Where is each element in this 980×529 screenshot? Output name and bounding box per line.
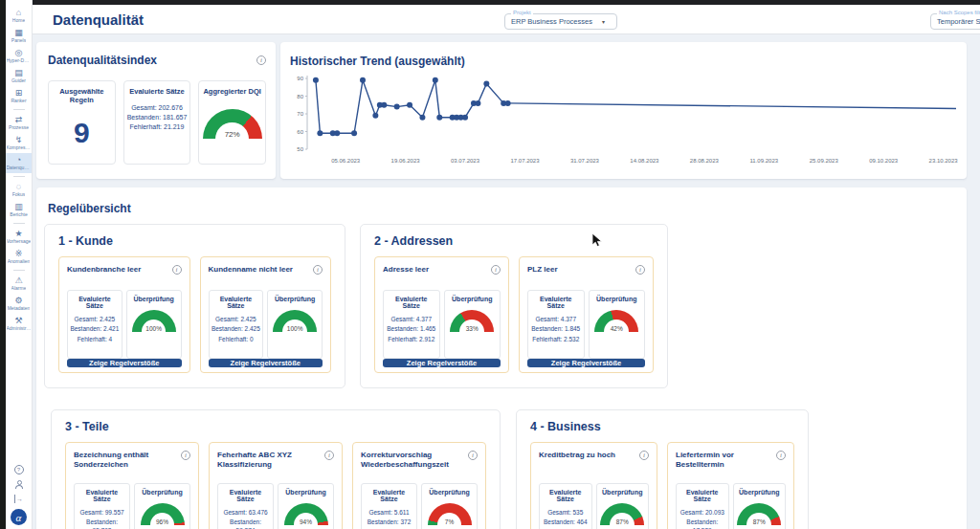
- info-icon[interactable]: i: [776, 451, 786, 460]
- svg-text:14.08.2023: 14.08.2023: [630, 158, 659, 164]
- info-icon[interactable]: i: [468, 451, 478, 460]
- stat-line: Fehlerhaft: 4: [78, 336, 113, 343]
- datenqualitaet-icon: ◔: [16, 155, 21, 165]
- alarme-icon: ⚠: [14, 276, 22, 285]
- show-rule-violations-button[interactable]: Zeige Regelverstöße: [67, 359, 182, 367]
- sidebar-item-label: Anomalien: [8, 258, 31, 264]
- check-gauge-box: Überprüfung87%: [733, 483, 787, 529]
- evaluated-records-header: Evaluierte Sätze: [364, 489, 414, 502]
- evaluated-records-box: Evaluierte SätzeGesamt: 2.425Bestanden: …: [67, 290, 122, 359]
- evaluated-records-box: Evaluierte SätzeGesamt: 99.557Bestanden:…: [74, 483, 130, 529]
- info-icon[interactable]: i: [491, 265, 501, 275]
- svg-text:28.08.2023: 28.08.2023: [690, 158, 720, 164]
- stat-line: Bestanden: 1.465: [387, 325, 435, 333]
- info-icon[interactable]: i: [256, 55, 266, 65]
- rule-card-stats: Evaluierte SätzeGesamt: 63.476Bestanden:…: [217, 483, 334, 529]
- gauge-percent-label: 94%: [284, 518, 328, 525]
- gauge: 94%: [284, 503, 328, 525]
- gauge: 100%: [273, 310, 317, 332]
- rule-card-header: Korrekturvorschlag Wiederbeschaffungszei…: [361, 451, 478, 475]
- evaluated-records-lines: Gesamt: 99.557Bestanden: 95.762: [77, 509, 127, 529]
- svg-text:50: 50: [297, 146, 303, 152]
- sidebar-item-fokus[interactable]: ◌Fokus: [6, 180, 32, 200]
- stat-line: Bestanden: 17.529: [679, 518, 726, 529]
- info-icon[interactable]: i: [181, 451, 190, 460]
- sidebar-item-ranker[interactable]: ⊞Ranker: [6, 86, 32, 106]
- rule-card-stats: Evaluierte SätzeGesamt: 4.377Bestanden: …: [527, 290, 645, 359]
- user-profile-icon[interactable]: [14, 480, 23, 489]
- rule-card-title: Adresse leer: [383, 265, 429, 282]
- evaluated-records-box: Evaluierte SätzeGesamt: 535Bestanden: 46…: [539, 483, 592, 529]
- sidebar-footer: ? → α: [6, 465, 32, 525]
- stat-line: Gesamt: 2.425: [215, 316, 256, 323]
- gauge-percent-label: 96%: [141, 518, 185, 525]
- sidebar-item-hyper-dashboard[interactable]: ◎Hyper-Dashboard: [6, 46, 32, 66]
- kpi-dqi-label: Aggregierter DQI: [203, 87, 260, 96]
- sidebar-item-label: Fokus: [12, 191, 26, 197]
- sidebar-item-anomalien[interactable]: ※Anomalien: [6, 247, 32, 267]
- sidebar-item-label: Panels: [11, 37, 26, 43]
- logout-icon[interactable]: →: [14, 495, 23, 503]
- sidebar-item-kompression[interactable]: ↯Kompression: [6, 133, 32, 153]
- sidebar-item-vorhersage[interactable]: ★Vorhersage: [6, 227, 32, 247]
- help-icon[interactable]: ?: [14, 465, 24, 474]
- sidebar-item-guider[interactable]: ▤Guider: [6, 66, 32, 86]
- info-icon[interactable]: i: [635, 265, 645, 275]
- sidebar-item-label: Metadaten: [8, 305, 31, 311]
- rule-card-header: Bezeichnung enthält Sonderzeicheni: [74, 451, 190, 475]
- scope-filter-select[interactable]: Nach Scopes filtern Temporärer Scope: [930, 13, 980, 30]
- sidebar-item-administration[interactable]: ⚒Administration: [6, 314, 32, 334]
- evaluated-records-lines: Gesamt: 2.425Bestanden: 2.425Fehlerhaft:…: [212, 316, 260, 343]
- project-select[interactable]: Projekt ERP Business Processes ▾: [504, 13, 617, 30]
- rule-card-header: Kundenname nicht leeri: [209, 265, 323, 282]
- stat-line: Bestanden: 2.421: [70, 325, 119, 333]
- show-rule-violations-button[interactable]: Zeige Regelverstöße: [383, 359, 501, 367]
- rules-overview-title: Regelübersicht: [48, 202, 131, 215]
- main-content: Datenqualitätsindex i Ausgewählte Regeln…: [33, 34, 980, 529]
- stat-line: Gesamt: 5.611: [368, 509, 409, 517]
- sidebar-item-berichte[interactable]: ▥Berichte: [6, 200, 32, 220]
- sidebar-item-home[interactable]: ⌂Home: [6, 6, 32, 26]
- vorhersage-icon: ★: [14, 229, 22, 238]
- sidebar-item-panels[interactable]: ▦Panels: [6, 26, 32, 46]
- stat-line: Gesamt: 20.093: [680, 509, 724, 517]
- info-icon[interactable]: i: [172, 265, 182, 275]
- evaluated-records-header: Evaluierte Sätze: [212, 296, 261, 309]
- rule-card-header: PLZ leeri: [527, 265, 645, 282]
- show-rule-violations-button[interactable]: Zeige Regelverstöße: [527, 359, 645, 367]
- check-header: Überprüfung: [285, 489, 325, 496]
- sidebar-item-alarme[interactable]: ⚠Alarme: [6, 274, 32, 294]
- svg-text:19.06.2023: 19.06.2023: [391, 158, 421, 164]
- sidebar-item-datenqualitaet[interactable]: ◔Datenqualität: [6, 153, 32, 173]
- stat-line: Fehlerhaft: 0: [218, 336, 254, 343]
- check-gauge-box: Überprüfung33%: [444, 290, 501, 359]
- evaluated-records-header: Evaluierte Sätze: [77, 489, 127, 502]
- stat-line: Gesamt: 535: [547, 509, 583, 517]
- project-select-label: Projekt: [511, 10, 533, 15]
- rule-card: Korrekturvorschlag Wiederbeschaffungszei…: [352, 442, 486, 529]
- sidebar-item-prozesse[interactable]: ⇄Prozesse: [6, 113, 32, 133]
- info-icon[interactable]: i: [313, 265, 323, 275]
- kpi-records-failed: Fehlerhaft: 21.219: [130, 123, 185, 130]
- app-logo: α: [11, 509, 27, 525]
- rule-group: 4 - BusinessKreditbetrag zu hochiEvaluie…: [516, 409, 809, 529]
- stat-line: Gesamt: 4.377: [535, 316, 576, 323]
- rule-card-title: Kundenbranche leer: [67, 265, 141, 282]
- rule-group-name: 4 - Business: [530, 420, 794, 433]
- info-icon[interactable]: i: [639, 451, 649, 460]
- rule-group: 2 - AddressenAdresse leeriEvaluierte Sät…: [360, 224, 668, 388]
- gauge: 7%: [428, 503, 472, 525]
- check-header: Überprüfung: [739, 489, 779, 496]
- app-header: Datenqualität Projekt ERP Business Proce…: [33, 5, 980, 34]
- rule-group-name: 1 - Kunde: [58, 234, 331, 248]
- evaluated-records-lines: Gesamt: 5.611Bestanden: 372Fehlerhaft: 5…: [366, 509, 412, 529]
- svg-text:70: 70: [297, 111, 303, 117]
- show-rule-violations-button[interactable]: Zeige Regelverstöße: [209, 359, 323, 367]
- check-header: Überprüfung: [452, 296, 492, 302]
- info-icon[interactable]: i: [324, 451, 334, 460]
- sidebar-item-metadaten[interactable]: ⚙Metadaten: [6, 294, 32, 314]
- trend-line-chart: 506070809005.06.202319.06.202303.07.2023…: [290, 69, 960, 178]
- rule-card: Kreditbetrag zu hochiEvaluierte SätzeGes…: [530, 442, 657, 529]
- rule-card: Liefertermin vor BestellterminiEvaluiert…: [667, 442, 794, 529]
- dqi-panel-title: Datenqualitätsindex: [48, 54, 157, 67]
